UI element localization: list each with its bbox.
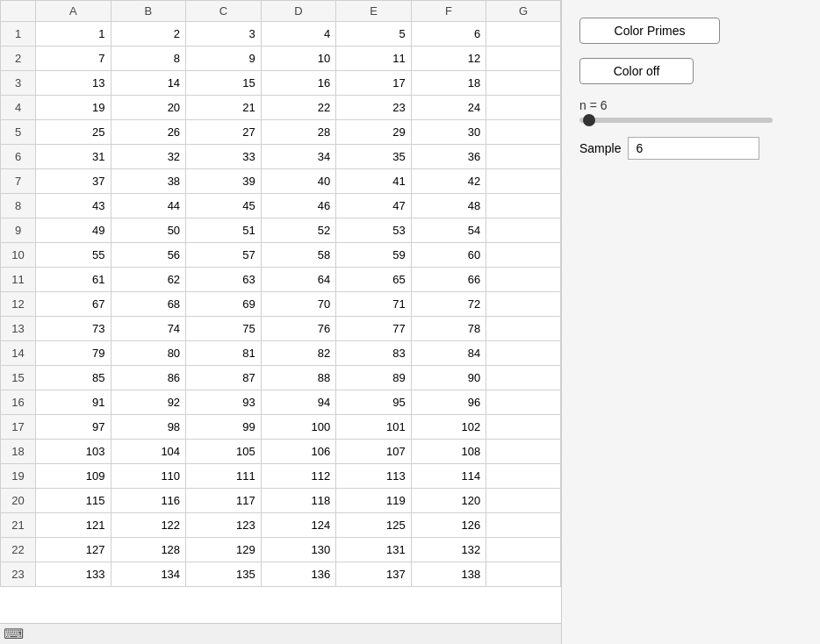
table-cell[interactable]: 10 — [261, 47, 336, 71]
table-cell[interactable]: 128 — [111, 538, 186, 562]
table-cell[interactable]: 7 — [36, 47, 111, 71]
table-cell[interactable]: 113 — [336, 464, 412, 489]
table-cell[interactable]: 16 — [261, 71, 336, 96]
table-cell[interactable]: 130 — [261, 538, 336, 562]
table-cell[interactable] — [486, 292, 561, 317]
table-cell[interactable]: 112 — [261, 464, 336, 489]
table-cell[interactable]: 2 — [111, 22, 186, 47]
table-cell[interactable]: 120 — [411, 489, 486, 513]
table-cell[interactable]: 62 — [111, 268, 186, 292]
table-cell[interactable]: 85 — [36, 366, 111, 390]
table-cell[interactable] — [486, 562, 561, 587]
table-cell[interactable]: 55 — [36, 243, 111, 268]
table-cell[interactable]: 3 — [186, 22, 262, 47]
table-cell[interactable]: 115 — [36, 489, 111, 513]
table-cell[interactable]: 107 — [336, 440, 412, 464]
table-cell[interactable]: 116 — [111, 489, 186, 513]
table-cell[interactable]: 57 — [186, 243, 262, 268]
table-cell[interactable]: 44 — [111, 194, 186, 218]
table-cell[interactable]: 34 — [261, 145, 336, 169]
table-cell[interactable] — [486, 440, 561, 464]
table-cell[interactable]: 40 — [261, 169, 336, 194]
table-cell[interactable]: 68 — [111, 292, 186, 317]
table-cell[interactable]: 23 — [336, 96, 412, 120]
table-cell[interactable]: 117 — [186, 489, 262, 513]
table-cell[interactable]: 91 — [36, 390, 111, 415]
table-cell[interactable]: 132 — [411, 538, 486, 562]
table-cell[interactable]: 111 — [186, 464, 262, 489]
table-cell[interactable]: 17 — [336, 71, 412, 96]
table-cell[interactable]: 118 — [261, 489, 336, 513]
table-cell[interactable]: 58 — [261, 243, 336, 268]
table-cell[interactable]: 8 — [111, 47, 186, 71]
table-cell[interactable]: 61 — [36, 268, 111, 292]
table-cell[interactable]: 39 — [186, 169, 262, 194]
table-cell[interactable]: 59 — [336, 243, 412, 268]
table-cell[interactable] — [486, 22, 561, 47]
table-cell[interactable]: 52 — [261, 218, 336, 243]
table-cell[interactable]: 9 — [186, 47, 262, 71]
table-cell[interactable]: 79 — [36, 341, 111, 366]
table-cell[interactable]: 86 — [111, 366, 186, 390]
table-cell[interactable]: 50 — [111, 218, 186, 243]
table-cell[interactable] — [486, 243, 561, 268]
table-cell[interactable]: 48 — [411, 194, 486, 218]
table-cell[interactable]: 56 — [111, 243, 186, 268]
table-cell[interactable]: 53 — [336, 218, 412, 243]
table-cell[interactable]: 129 — [186, 538, 262, 562]
table-cell[interactable]: 22 — [261, 96, 336, 120]
table-cell[interactable]: 110 — [111, 464, 186, 489]
table-cell[interactable]: 38 — [111, 169, 186, 194]
table-cell[interactable]: 98 — [111, 415, 186, 440]
table-cell[interactable]: 19 — [36, 96, 111, 120]
table-cell[interactable]: 94 — [261, 390, 336, 415]
table-cell[interactable]: 35 — [336, 145, 412, 169]
table-cell[interactable]: 84 — [411, 341, 486, 366]
table-cell[interactable]: 46 — [261, 194, 336, 218]
table-cell[interactable]: 5 — [336, 22, 412, 47]
table-cell[interactable]: 65 — [336, 268, 412, 292]
table-cell[interactable]: 74 — [111, 317, 186, 341]
sample-input[interactable] — [628, 137, 759, 160]
table-cell[interactable] — [486, 317, 561, 341]
table-cell[interactable]: 70 — [261, 292, 336, 317]
table-cell[interactable]: 101 — [336, 415, 412, 440]
table-cell[interactable]: 82 — [261, 341, 336, 366]
table-cell[interactable]: 121 — [36, 513, 111, 538]
table-cell[interactable]: 36 — [411, 145, 486, 169]
table-cell[interactable]: 90 — [411, 366, 486, 390]
table-cell[interactable] — [486, 120, 561, 145]
table-cell[interactable]: 33 — [186, 145, 262, 169]
table-cell[interactable] — [486, 341, 561, 366]
table-cell[interactable]: 87 — [186, 366, 262, 390]
table-cell[interactable]: 123 — [186, 513, 262, 538]
table-cell[interactable]: 6 — [411, 22, 486, 47]
table-cell[interactable]: 127 — [36, 538, 111, 562]
table-cell[interactable] — [486, 538, 561, 562]
table-cell[interactable]: 114 — [411, 464, 486, 489]
table-cell[interactable]: 100 — [261, 415, 336, 440]
table-cell[interactable] — [486, 366, 561, 390]
table-cell[interactable]: 133 — [36, 562, 111, 587]
table-cell[interactable]: 102 — [411, 415, 486, 440]
table-cell[interactable]: 76 — [261, 317, 336, 341]
table-cell[interactable]: 1 — [36, 22, 111, 47]
table-cell[interactable]: 83 — [336, 341, 412, 366]
table-cell[interactable]: 95 — [336, 390, 412, 415]
table-cell[interactable]: 77 — [336, 317, 412, 341]
table-cell[interactable]: 124 — [261, 513, 336, 538]
table-cell[interactable]: 21 — [186, 96, 262, 120]
table-cell[interactable]: 109 — [36, 464, 111, 489]
table-cell[interactable]: 51 — [186, 218, 262, 243]
table-cell[interactable]: 99 — [186, 415, 262, 440]
table-cell[interactable]: 28 — [261, 120, 336, 145]
table-cell[interactable]: 24 — [411, 96, 486, 120]
table-cell[interactable]: 43 — [36, 194, 111, 218]
table-cell[interactable] — [486, 47, 561, 71]
table-cell[interactable]: 31 — [36, 145, 111, 169]
table-cell[interactable]: 71 — [336, 292, 412, 317]
table-cell[interactable]: 67 — [36, 292, 111, 317]
table-cell[interactable]: 105 — [186, 440, 262, 464]
table-cell[interactable]: 75 — [186, 317, 262, 341]
table-cell[interactable]: 88 — [261, 366, 336, 390]
